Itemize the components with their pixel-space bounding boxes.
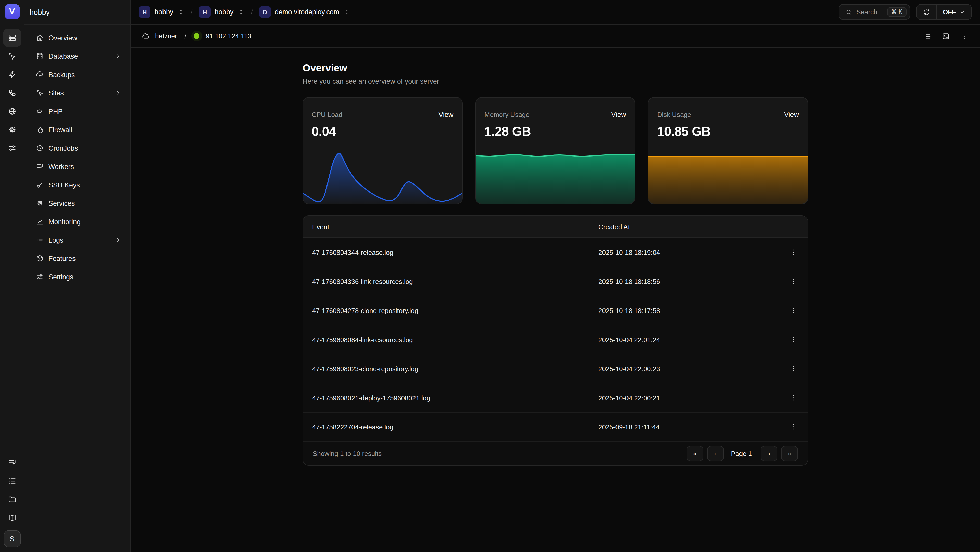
card-label: Disk Usage xyxy=(657,111,691,118)
topbar-actions: Search... ⌘ K OFF xyxy=(838,4,972,20)
view-cpu-load-button[interactable]: View xyxy=(439,111,453,118)
metric-card-disk-usage: Disk UsageView10.85 GB xyxy=(648,97,808,204)
slash-icon xyxy=(188,7,195,17)
table-row: 47-1759608023-clone-repository.log2025-1… xyxy=(303,354,808,383)
globe-icon xyxy=(7,107,17,116)
row-menu-button[interactable] xyxy=(786,361,801,377)
sidebar-item-firewall[interactable]: Firewall xyxy=(24,121,130,139)
topbar: HhobbyHhobbyDdemo.vitodeploy.com Search.… xyxy=(130,0,980,24)
sidebar-item-settings[interactable]: Settings xyxy=(24,268,130,286)
chevron-right-icon xyxy=(115,53,121,59)
nodes-icon xyxy=(7,88,17,97)
kebab-icon xyxy=(789,394,797,402)
previous-page-button[interactable]: ‹ xyxy=(707,446,724,461)
rail-bottom xyxy=(3,453,21,527)
sidebar-item-logs[interactable]: Logs xyxy=(24,231,130,249)
card-value: 10.85 GB xyxy=(649,118,808,139)
power-toggle[interactable]: OFF xyxy=(937,5,971,19)
event-cell: 47-1760804344-release.log xyxy=(303,249,589,256)
slash-icon xyxy=(182,31,189,41)
breadcrumb-item-hobby[interactable]: Hhobby xyxy=(199,6,244,18)
event-cell: 47-1760804336-link-resources.log xyxy=(303,278,589,285)
rail-button-cog[interactable] xyxy=(3,121,21,139)
rail-button-server-stack[interactable] xyxy=(3,29,21,47)
rail-button-bolt[interactable] xyxy=(3,65,21,84)
queue-icon xyxy=(7,458,17,467)
sliders-icon xyxy=(7,144,17,153)
sidebar-item-overview[interactable]: Overview xyxy=(24,29,130,47)
list-bullet-icon xyxy=(36,236,44,244)
search-icon-slot xyxy=(845,8,852,16)
view-disk-usage-button[interactable]: View xyxy=(784,111,799,118)
breadcrumb-item-demo-vitodeploy-com[interactable]: Ddemo.vitodeploy.com xyxy=(259,6,350,18)
rail-button-nodes[interactable] xyxy=(3,84,21,102)
server-identity: hetzner 91.102.124.113 xyxy=(142,31,251,41)
sidebar-item-monitoring[interactable]: Monitoring xyxy=(24,212,130,231)
row-menu-button[interactable] xyxy=(786,419,801,434)
sidebar-item-cronjobs[interactable]: CronJobs xyxy=(24,139,130,157)
refresh-icon-slot xyxy=(923,8,930,16)
rail-button-book-open[interactable] xyxy=(3,509,21,527)
app-logo[interactable]: V xyxy=(4,4,20,19)
refresh-icon xyxy=(923,8,930,16)
breadcrumb-label: demo.vitodeploy.com xyxy=(275,8,339,16)
view-memory-usage-button[interactable]: View xyxy=(611,111,626,118)
server-logs-button[interactable] xyxy=(920,28,935,44)
sidebar-item-label: Firewall xyxy=(48,126,121,134)
created-at-cell: 2025-10-18 18:17:58 xyxy=(589,306,779,314)
breadcrumb-item-hobby[interactable]: Hhobby xyxy=(139,6,184,18)
power-control: OFF xyxy=(916,4,972,20)
workspace-header: hobby xyxy=(24,0,130,24)
breadcrumb-badge: H xyxy=(199,6,211,18)
events-table: Event Created At 47-1760804344-release.l… xyxy=(302,215,808,466)
sidebar-nav-panel: hobby OverviewDatabaseBackupsSitesPHPFir… xyxy=(24,0,130,552)
sidebar-item-features[interactable]: Features xyxy=(24,249,130,268)
sidebar-item-services[interactable]: Services xyxy=(24,194,130,212)
rail-button-cursor-click[interactable] xyxy=(3,47,21,65)
sidebar-item-label: Sites xyxy=(48,89,110,97)
sidebar-item-label: Monitoring xyxy=(48,218,121,225)
refresh-button[interactable] xyxy=(917,5,936,19)
row-menu-button[interactable] xyxy=(786,303,801,318)
card-chart xyxy=(303,151,462,204)
search-label: Search... xyxy=(856,8,883,16)
sidebar-item-ssh-keys[interactable]: SSH Keys xyxy=(24,175,130,194)
first-page-button[interactable]: « xyxy=(687,446,703,461)
content-scroll[interactable]: Overview Here you can see an overview of… xyxy=(130,48,980,552)
rail-top xyxy=(3,29,21,157)
cog-icon xyxy=(7,125,17,134)
metric-cards: CPU LoadView0.04Memory UsageView1.28 GBD… xyxy=(302,97,808,204)
row-menu-button[interactable] xyxy=(786,390,801,405)
row-menu-button[interactable] xyxy=(786,332,801,347)
server-menu-button[interactable] xyxy=(956,28,972,44)
user-avatar[interactable]: S xyxy=(3,530,21,547)
rail-button-sliders[interactable] xyxy=(3,139,21,157)
sidebar-item-sites[interactable]: Sites xyxy=(24,84,130,102)
search-button[interactable]: Search... ⌘ K xyxy=(838,4,910,20)
event-cell: 47-1760804278-clone-repository.log xyxy=(303,306,589,314)
server-terminal-button[interactable] xyxy=(938,28,953,44)
page-subtitle: Here you can see an overview of your ser… xyxy=(302,78,808,85)
breadcrumb-badge: D xyxy=(259,6,270,18)
breadcrumb-separator xyxy=(248,7,255,17)
event-cell: 47-1759608084-link-resources.log xyxy=(303,336,589,343)
row-menu-button[interactable] xyxy=(786,245,801,260)
breadcrumb-label: hobby xyxy=(154,8,173,16)
breadcrumb-separator xyxy=(188,7,195,17)
rail-button-list-bullet[interactable] xyxy=(3,472,21,490)
rail-button-globe[interactable] xyxy=(3,102,21,121)
search-shortcut: ⌘ K xyxy=(887,7,907,17)
rail-button-folder[interactable] xyxy=(3,490,21,509)
last-page-button[interactable]: » xyxy=(781,446,798,461)
workspace-name: hobby xyxy=(30,8,50,16)
sidebar-item-backups[interactable]: Backups xyxy=(24,65,130,84)
selector-slot xyxy=(343,9,350,15)
cube-icon xyxy=(36,254,44,262)
rail-button-queue[interactable] xyxy=(3,453,21,472)
sidebar-item-workers[interactable]: Workers xyxy=(24,157,130,175)
next-page-button[interactable]: › xyxy=(760,446,778,461)
sidebar-item-database[interactable]: Database xyxy=(24,47,130,65)
sidebar-item-php[interactable]: PHP xyxy=(24,102,130,121)
row-menu-button[interactable] xyxy=(786,274,801,289)
results-summary: Showing 1 to 10 results xyxy=(313,450,382,457)
